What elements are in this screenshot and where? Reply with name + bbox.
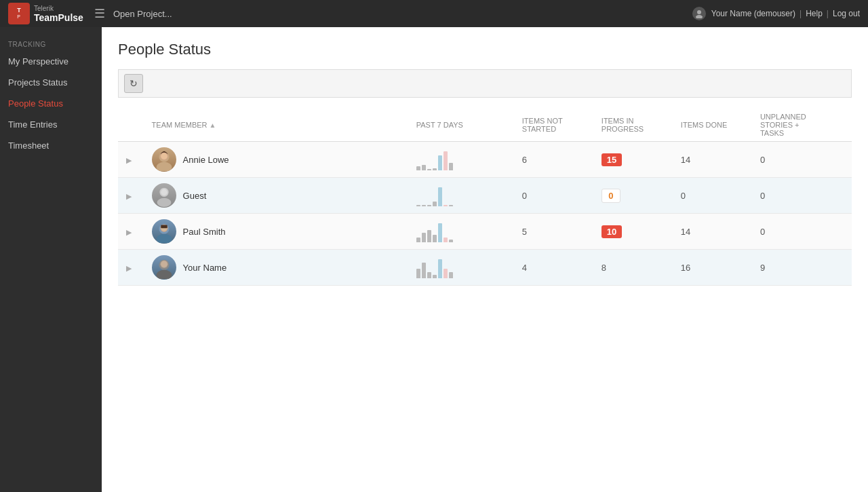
sidebar: TRACKING My Perspective Projects Status … — [0, 27, 102, 492]
in-progress-count: 10 — [601, 225, 622, 238]
chart-bar — [416, 269, 420, 278]
people-table: TEAM MEMBER ▲ PAST 7 DAYS ITEMS NOTSTART… — [118, 109, 852, 286]
chart-bar — [449, 240, 453, 242]
member-cell: Guest — [146, 178, 411, 214]
member-name: Annie Lowe — [183, 155, 229, 165]
member-cell: Annie Lowe — [146, 142, 411, 178]
user-avatar-icon — [692, 7, 706, 20]
chart-bar — [433, 275, 437, 278]
sidebar-item-timesheet[interactable]: Timesheet — [0, 135, 102, 156]
table-row: ▶ Your Name48169 — [118, 250, 852, 286]
items-not-started: 0 — [517, 178, 596, 214]
chart-bar — [422, 205, 426, 206]
items-done: 16 — [675, 250, 755, 286]
chart-bar — [422, 165, 426, 170]
row-expand-cell: ▶ — [118, 178, 146, 214]
in-progress-count: 0 — [601, 189, 620, 203]
done-count: 14 — [681, 155, 690, 165]
open-project-button[interactable]: Open Project... — [113, 9, 172, 19]
separator-1: | — [800, 9, 802, 18]
avatar — [152, 219, 176, 244]
chart-bar — [433, 168, 437, 170]
logo-text-block: Telerik TeamPulse — [34, 5, 83, 23]
not-started-count: 0 — [522, 191, 527, 201]
page-title: People Status — [118, 41, 852, 58]
svg-point-1 — [696, 15, 703, 18]
svg-rect-13 — [161, 225, 167, 229]
unplanned-count-cell: 9 — [755, 250, 852, 286]
svg-point-17 — [161, 261, 167, 267]
unplanned-count-cell: 0 — [755, 142, 852, 178]
main-layout: TRACKING My Perspective Projects Status … — [0, 27, 868, 492]
main-content: People Status ↻ TEAM MEMBER ▲ PAST 7 DAY… — [102, 27, 868, 492]
mini-chart-cell — [411, 178, 517, 214]
th-team-member-label: TEAM MEMBER — [152, 121, 208, 129]
expand-arrow-icon[interactable]: ▶ — [123, 192, 134, 200]
items-done: 14 — [675, 142, 755, 178]
hamburger-button[interactable]: ☰ — [94, 6, 105, 21]
sidebar-item-projects-status[interactable]: Projects Status — [0, 72, 102, 93]
sidebar-section-tracking: TRACKING — [0, 33, 102, 51]
logo-sub: Telerik — [34, 5, 83, 12]
refresh-button[interactable]: ↻ — [124, 74, 143, 93]
table-row: ▶ Paul Smith510140 — [118, 214, 852, 250]
items-in-progress: 10 — [596, 214, 675, 250]
svg-point-10 — [156, 234, 172, 243]
sidebar-item-people-status[interactable]: People Status — [0, 93, 102, 114]
table-header-row: TEAM MEMBER ▲ PAST 7 DAYS ITEMS NOTSTART… — [118, 109, 852, 142]
unplanned-count: 0 — [760, 191, 765, 201]
chart-bar — [449, 163, 453, 170]
expand-arrow-icon[interactable]: ▶ — [123, 264, 134, 272]
svg-point-8 — [161, 189, 167, 195]
mini-chart-cell — [411, 214, 517, 250]
chart-bar — [427, 272, 431, 278]
svg-point-15 — [156, 270, 172, 279]
member-cell: Your Name — [146, 250, 411, 286]
items-done: 0 — [675, 178, 755, 214]
logout-link[interactable]: Log out — [833, 9, 860, 18]
chart-bar — [438, 223, 442, 242]
th-team-member: TEAM MEMBER ▲ — [146, 109, 411, 142]
items-in-progress: 15 — [596, 142, 675, 178]
items-not-started: 4 — [517, 250, 596, 286]
th-items-done: ITEMS DONE — [675, 109, 755, 142]
in-progress-count: 8 — [601, 263, 606, 273]
svg-point-3 — [156, 162, 172, 171]
chart-bar — [438, 259, 442, 278]
chart-bar — [443, 269, 448, 278]
row-expand-cell: ▶ — [118, 250, 146, 286]
help-link[interactable]: Help — [806, 9, 823, 18]
unplanned-count: 0 — [760, 155, 765, 165]
unplanned-count: 0 — [760, 227, 765, 237]
expand-arrow-icon[interactable]: ▶ — [123, 228, 134, 236]
sidebar-item-time-entries[interactable]: Time Entries — [0, 114, 102, 135]
mini-chart-cell — [411, 250, 517, 286]
done-count: 14 — [681, 227, 690, 237]
member-name: Guest — [183, 191, 207, 201]
items-in-progress: 8 — [596, 250, 675, 286]
th-past7-days: PAST 7 DAYS — [411, 109, 517, 142]
done-count: 0 — [681, 191, 686, 201]
row-expand-cell: ▶ — [118, 142, 146, 178]
not-started-count: 4 — [522, 263, 527, 273]
sidebar-item-label: Timesheet — [8, 140, 49, 151]
chart-bar — [416, 238, 420, 242]
chart-bar — [438, 155, 442, 170]
avatar — [152, 183, 176, 208]
svg-point-0 — [697, 10, 701, 14]
expand-arrow-icon[interactable]: ▶ — [123, 156, 134, 164]
chart-bar — [427, 230, 431, 242]
avatar — [152, 255, 176, 280]
chart-bar — [422, 263, 426, 278]
chart-bar — [427, 205, 431, 206]
sidebar-item-my-perspective[interactable]: My Perspective — [0, 51, 102, 72]
separator-2: | — [827, 9, 829, 18]
chart-bar — [443, 205, 448, 206]
items-done: 14 — [675, 214, 755, 250]
th-items-not-started: ITEMS NOTSTARTED — [517, 109, 596, 142]
in-progress-count: 15 — [601, 153, 622, 166]
table-row: ▶ Guest0000 — [118, 178, 852, 214]
items-not-started: 5 — [517, 214, 596, 250]
app-header: TP Telerik TeamPulse ☰ Open Project... Y… — [0, 0, 868, 27]
svg-point-7 — [157, 198, 171, 207]
